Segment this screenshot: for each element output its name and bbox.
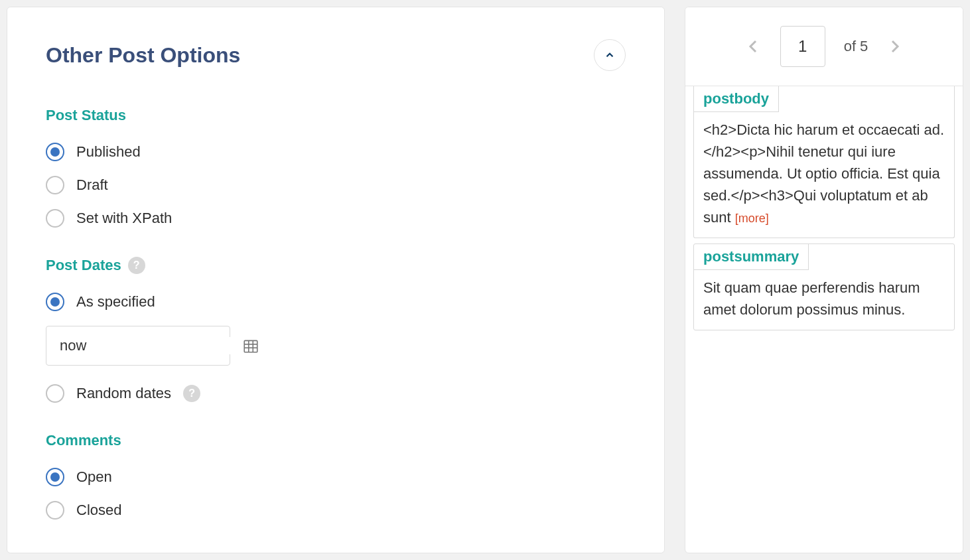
post-status-group: Published Draft Set with XPath: [46, 143, 626, 228]
radio-icon: [46, 501, 64, 520]
preview-panel: of 5 postbody <h2>Dicta hic harum et occ…: [685, 7, 963, 553]
radio-closed[interactable]: Closed: [46, 501, 626, 520]
radio-label: Published: [76, 143, 141, 161]
comments-heading: Comments: [46, 432, 626, 449]
radio-xpath[interactable]: Set with XPath: [46, 209, 626, 228]
radio-icon: [46, 209, 64, 228]
page-input[interactable]: [780, 26, 825, 67]
field-name: postbody: [694, 86, 779, 112]
chevron-right-icon: [886, 35, 902, 58]
date-input-wrap[interactable]: [46, 326, 230, 366]
comments-group: Open Closed: [46, 468, 626, 520]
panel-title: Other Post Options: [46, 43, 240, 68]
radio-icon: [46, 293, 64, 311]
radio-icon: [46, 176, 64, 194]
radio-as-specified[interactable]: As specified: [46, 293, 626, 311]
svg-rect-0: [244, 340, 257, 352]
help-icon[interactable]: ?: [128, 257, 145, 274]
collapse-button[interactable]: [594, 39, 626, 71]
radio-icon: [46, 384, 64, 403]
radio-icon: [46, 468, 64, 486]
radio-label: Draft: [76, 176, 108, 194]
radio-published[interactable]: Published: [46, 143, 626, 161]
radio-label: As specified: [76, 293, 155, 311]
pager-next[interactable]: [886, 35, 902, 58]
radio-label: Open: [76, 468, 112, 486]
field-postbody: postbody <h2>Dicta hic harum et occaecat…: [693, 86, 955, 238]
radio-open[interactable]: Open: [46, 468, 626, 486]
radio-random-dates[interactable]: Random dates ?: [46, 384, 626, 403]
post-dates-heading: Post Dates ?: [46, 257, 626, 274]
field-postsummary: postsummary Sit quam quae perferendis ha…: [693, 244, 955, 330]
postbody-text: <h2>Dicta hic harum et occaecati ad.</h2…: [703, 121, 944, 226]
more-link[interactable]: [more]: [735, 212, 769, 225]
chevron-left-icon: [746, 35, 762, 58]
post-dates-group: As specified Random dates ?: [46, 293, 626, 403]
radio-icon: [46, 143, 64, 161]
field-body: Sit quam quae perferendis harum amet dol…: [694, 270, 954, 330]
radio-label: Random dates: [76, 385, 171, 402]
date-input[interactable]: [60, 337, 242, 354]
calendar-icon[interactable]: [242, 337, 259, 354]
radio-draft[interactable]: Draft: [46, 176, 626, 194]
field-name: postsummary: [694, 244, 809, 270]
post-status-heading: Post Status: [46, 107, 626, 124]
post-dates-heading-text: Post Dates: [46, 257, 121, 274]
pager-prev[interactable]: [746, 35, 762, 58]
radio-label: Closed: [76, 502, 121, 519]
options-panel: Other Post Options Post Status Published…: [7, 7, 665, 553]
help-icon[interactable]: ?: [183, 385, 200, 402]
radio-label: Set with XPath: [76, 210, 172, 227]
chevron-up-icon: [604, 49, 616, 61]
preview-scroll[interactable]: postbody <h2>Dicta hic harum et occaecat…: [685, 86, 963, 553]
panel-header: Other Post Options: [46, 39, 626, 71]
page-total: of 5: [844, 38, 868, 55]
field-body: <h2>Dicta hic harum et occaecati ad.</h2…: [694, 112, 954, 238]
pager: of 5: [685, 7, 963, 86]
